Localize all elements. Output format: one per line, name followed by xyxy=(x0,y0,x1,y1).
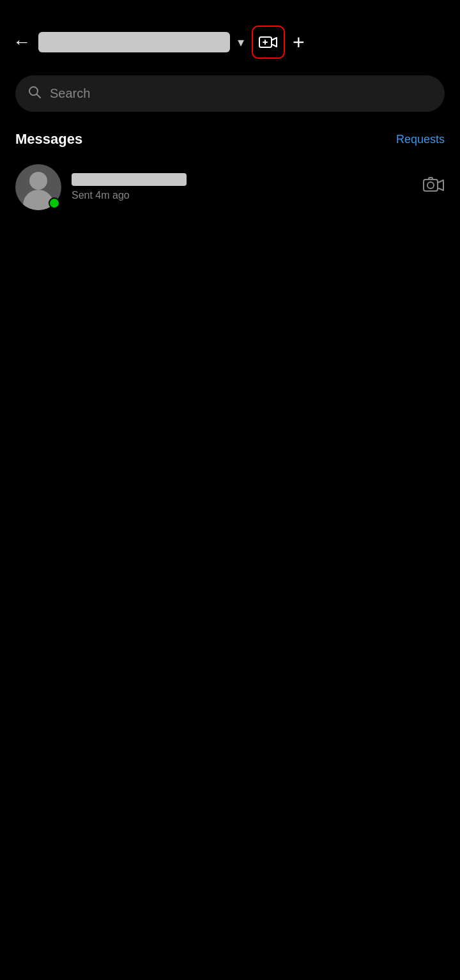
online-status-dot xyxy=(49,197,60,209)
dropdown-icon[interactable]: ▾ xyxy=(238,34,244,50)
contact-name-bar xyxy=(72,173,187,186)
search-bar[interactable]: Search xyxy=(15,75,445,112)
new-message-button[interactable]: + xyxy=(293,31,305,54)
table-row[interactable]: Sent 4m ago xyxy=(15,158,445,217)
svg-point-6 xyxy=(427,182,434,188)
message-time: Sent 4m ago xyxy=(72,190,413,201)
camera-icon xyxy=(423,176,445,195)
search-icon xyxy=(28,86,41,102)
search-container: Search xyxy=(0,69,460,125)
back-button[interactable]: ← xyxy=(13,32,31,52)
svg-rect-5 xyxy=(424,180,438,191)
search-placeholder: Search xyxy=(50,86,90,101)
avatar-head xyxy=(29,172,47,190)
requests-link[interactable]: Requests xyxy=(396,133,445,146)
messages-header: Messages Requests xyxy=(0,125,460,158)
header: ← ▾ + xyxy=(0,0,460,69)
messages-title: Messages xyxy=(15,131,82,148)
video-plus-icon xyxy=(259,34,278,50)
svg-line-4 xyxy=(37,95,41,98)
username-pill xyxy=(38,32,230,52)
new-video-call-button[interactable] xyxy=(252,26,285,59)
message-list: Sent 4m ago xyxy=(0,158,460,217)
avatar xyxy=(15,164,61,210)
camera-button[interactable] xyxy=(423,176,445,199)
message-info: Sent 4m ago xyxy=(72,173,413,201)
